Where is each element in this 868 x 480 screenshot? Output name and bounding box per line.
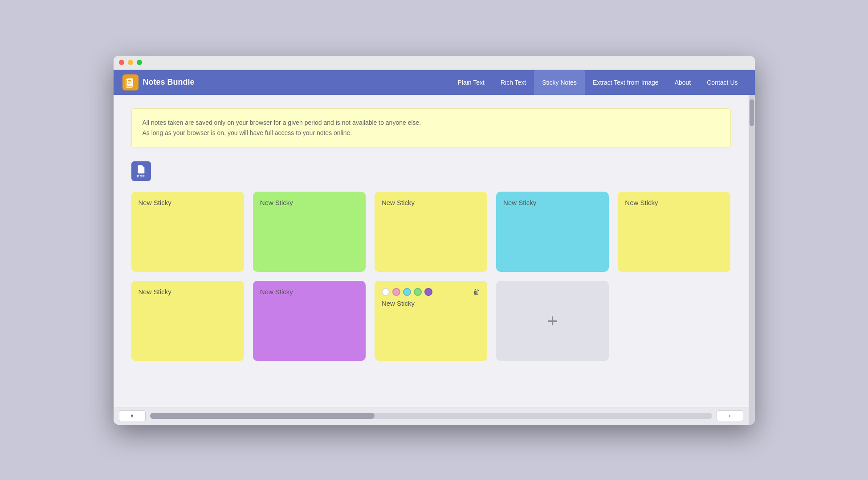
maximize-button[interactable] [137,60,142,65]
scroll-up-button[interactable]: ∧ [119,410,146,421]
pdf-label: PDF [137,174,145,178]
sticky-note-7[interactable]: New Sticky [253,281,366,361]
sticky-label-7: New Sticky [260,288,359,295]
scroll-right-button[interactable]: › [717,410,743,421]
window-body: All notes taken are saved only on your b… [114,95,755,425]
color-dot-purple[interactable] [424,288,432,296]
sticky-label-3: New Sticky [382,199,480,206]
sticky-label-1: New Sticky [139,199,237,206]
sticky-label-5: New Sticky [625,199,723,206]
brand-icon [122,74,139,90]
main-content-area: All notes taken are saved only on your b… [114,95,749,425]
nav-contact[interactable]: Contact Us [699,70,746,95]
horizontal-scrollbar[interactable] [150,413,712,419]
title-bar [114,56,755,70]
sticky-note-5[interactable]: New Sticky [618,192,730,272]
svg-rect-3 [128,83,130,84]
color-dot-cyan[interactable] [403,288,411,296]
nav-rich-text[interactable]: Rich Text [493,70,534,95]
pdf-export-button[interactable]: PDF [131,161,151,181]
vertical-scrollbar[interactable] [749,95,755,425]
main-content: All notes taken are saved only on your b… [114,95,749,407]
sticky-label-4: New Sticky [503,199,602,206]
color-dot-green[interactable] [414,288,422,296]
color-dot-pink[interactable] [392,288,400,296]
close-button[interactable] [119,60,124,65]
stickies-grid: New Sticky New Sticky New Sticky New Sti… [131,192,731,361]
vertical-scrollbar-thumb [750,99,754,126]
navbar: Notes Bundle Plain Text Rich Text Sticky… [114,70,755,95]
add-sticky-button[interactable]: + [496,281,609,361]
sticky-note-4[interactable]: New Sticky [496,192,609,272]
minimize-button[interactable] [128,60,133,65]
info-banner: All notes taken are saved only on your b… [131,108,731,148]
brand: Notes Bundle [122,74,195,90]
info-line-1: All notes taken are saved only on your b… [143,118,720,128]
sticky-note-3[interactable]: New Sticky [375,192,487,272]
scrollbar-thumb [150,413,375,419]
color-picker-bar: 🗑 [382,288,480,296]
sticky-note-6[interactable]: New Sticky [131,281,244,361]
add-icon: + [547,311,558,331]
nav-sticky-notes[interactable]: Sticky Notes [534,70,585,95]
brand-label: Notes Bundle [143,78,195,87]
sticky-label-2: New Sticky [260,199,359,206]
color-dot-white[interactable] [382,288,390,296]
nav-extract-text[interactable]: Extract Text from Image [585,70,667,95]
sticky-label-8: New Sticky [382,299,480,307]
app-window: Notes Bundle Plain Text Rich Text Sticky… [114,56,755,425]
delete-sticky-icon[interactable]: 🗑 [473,288,480,296]
nav-links: Plain Text Rich Text Sticky Notes Extrac… [449,70,746,95]
sticky-note-8[interactable]: 🗑 New Sticky [375,281,487,361]
nav-about[interactable]: About [667,70,699,95]
nav-plain-text[interactable]: Plain Text [449,70,492,95]
sticky-note-1[interactable]: New Sticky [131,192,244,272]
svg-rect-2 [128,82,132,82]
sticky-label-6: New Sticky [139,288,237,295]
sticky-note-2[interactable]: New Sticky [253,192,366,272]
svg-rect-1 [128,80,131,81]
bottom-bar: ∧ › [114,407,749,425]
info-line-2: As long as your browser is on, you will … [143,128,720,139]
